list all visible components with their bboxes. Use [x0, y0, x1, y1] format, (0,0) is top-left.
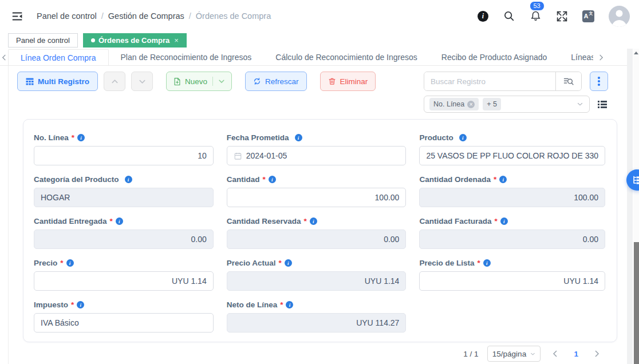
producto-input[interactable]: 25 VASOS DE PP FLUO COLOR ROJO DE 330: [419, 146, 605, 165]
remove-chip-icon[interactable]: ×: [467, 101, 475, 108]
tab-label: Línea Orden Compra: [21, 53, 96, 62]
required-asterisk: *: [60, 259, 63, 267]
field-label-text: Producto: [419, 133, 453, 142]
breadcrumb-separator: /: [101, 11, 104, 21]
scrollbar[interactable]: [633, 49, 639, 364]
column-filter-select[interactable]: No. Línea × + 5: [424, 96, 590, 113]
tab-linea-orden-compra[interactable]: Línea Orden Compra: [8, 49, 109, 65]
info-icon[interactable]: [269, 176, 276, 183]
field-cantidad-entregada: Cantidad Entregada * 0.00: [34, 217, 214, 249]
page-size-select[interactable]: 15/página: [487, 346, 541, 362]
no-linea-input[interactable]: 10: [34, 146, 214, 165]
window-tab-panel-de-control[interactable]: Panel de control: [8, 33, 78, 48]
scroll-up-icon[interactable]: [634, 52, 638, 56]
info-icon[interactable]: [116, 217, 123, 225]
info-icon[interactable]: [499, 176, 507, 183]
field-label: Neto de Línea *: [227, 300, 407, 309]
breadcrumb-current: Órdenes de Compra: [196, 11, 271, 21]
grid-icon: [26, 77, 34, 85]
fecha-prometida-input[interactable]: 2024-01-05: [227, 146, 407, 165]
tab-label: Recibo de Producto Asignado: [441, 53, 547, 62]
info-icon[interactable]: [285, 259, 292, 267]
notification-badge: 53: [529, 1, 544, 11]
chevron-up-icon: [111, 78, 119, 85]
impuesto-input[interactable]: IVA Básico: [34, 313, 214, 333]
field-no-linea: No. Línea * 10: [34, 133, 214, 165]
info-icon[interactable]: [286, 301, 293, 308]
cantidad-input[interactable]: 100.00: [227, 188, 407, 207]
tab-label: Líneas de R: [571, 53, 593, 62]
menu-fold-icon[interactable]: [10, 9, 24, 23]
field-cantidad: Cantidad * 100.00: [227, 175, 407, 207]
filter-chip-more[interactable]: + 5: [483, 98, 501, 110]
notifications-bell[interactable]: 53: [530, 10, 542, 22]
list-icon[interactable]: [597, 99, 608, 109]
tab-recibo-producto[interactable]: Recibo de Producto Asignado: [429, 49, 559, 65]
info-icon[interactable]: [483, 259, 491, 267]
tree-icon: [631, 174, 639, 187]
search-area: [424, 72, 608, 91]
breadcrumb: Panel de control / Gestión de Compras / …: [37, 11, 271, 21]
toolbar: Multi Registro Nuevo Refrescar Eliminar: [17, 72, 376, 91]
field-label: Impuesto *: [34, 300, 214, 309]
info-icon[interactable]: [77, 134, 85, 141]
info-icon[interactable]: [500, 217, 508, 225]
precio-de-lista-input[interactable]: UYU 1.14: [419, 271, 605, 291]
multi-record-button[interactable]: Multi Registro: [17, 72, 98, 91]
pagination-prev-icon[interactable]: [550, 350, 561, 357]
field-label-text: Cantidad Entregada: [34, 217, 107, 225]
previous-record-button[interactable]: [104, 72, 125, 91]
field-neto-de-linea: Neto de Línea * UYU 114.27: [227, 300, 407, 333]
info-icon[interactable]: [459, 134, 467, 141]
tab-label: Cálculo de Reconocimiento de Ingresos: [275, 53, 417, 62]
record-form-card: No. Línea * 10 Fecha Prometida 2024-01-0…: [23, 119, 617, 342]
close-tab-icon[interactable]: ×: [174, 36, 179, 45]
precio-input[interactable]: UYU 1.14: [34, 271, 214, 291]
search-group: [424, 72, 582, 91]
refresh-button[interactable]: Refrescar: [245, 72, 307, 91]
filter-search-icon[interactable]: [555, 72, 581, 90]
breadcrumb-item[interactable]: Gestión de Compras: [108, 11, 184, 21]
info-icon[interactable]: [310, 217, 317, 225]
field-label-text: Precio Actual: [227, 259, 276, 267]
window-tab-ordenes-de-compra[interactable]: Órdenes de Compra ×: [83, 33, 187, 48]
info-icon[interactable]: [66, 259, 74, 267]
new-record-button[interactable]: Nuevo: [166, 72, 232, 91]
multi-record-label: Multi Registro: [38, 77, 89, 86]
field-label-text: Cantidad Reservada: [227, 217, 301, 225]
field-label-text: Cantidad Ordenada: [419, 175, 491, 184]
next-record-button[interactable]: [131, 72, 153, 91]
detail-tabs: Línea Orden Compra Plan de Reconocimient…: [8, 49, 593, 65]
field-precio: Precio * UYU 1.14: [34, 259, 214, 291]
field-cantidad-facturada: Cantidad Facturada * 0.00: [419, 217, 605, 249]
tab-lineas-de-r[interactable]: Líneas de R: [559, 49, 593, 65]
translate-icon[interactable]: [582, 10, 594, 22]
kebab-menu-button[interactable]: [590, 72, 608, 91]
breadcrumb-item[interactable]: Panel de control: [37, 11, 97, 21]
window-tab-bar: Panel de control Órdenes de Compra ×: [8, 33, 187, 48]
required-asterisk: *: [494, 217, 497, 225]
tab-plan-reconocimiento[interactable]: Plan de Reconocimiento de Ingresos: [109, 49, 264, 65]
fullscreen-icon[interactable]: [556, 10, 568, 22]
avatar[interactable]: [609, 6, 630, 27]
field-label-text: Cantidad Facturada: [419, 217, 491, 225]
info-icon[interactable]: [77, 301, 84, 308]
delete-button[interactable]: Eliminar: [320, 72, 376, 91]
tab-calculo-reconocimiento[interactable]: Cálculo de Reconocimiento de Ingresos: [263, 49, 429, 65]
search-input[interactable]: [424, 72, 555, 90]
tabs-scroll-right-icon[interactable]: [593, 49, 608, 65]
scrollbar-thumb[interactable]: [634, 242, 639, 364]
pagination-current-page[interactable]: 1: [570, 350, 582, 358]
filter-chip-no-linea[interactable]: No. Línea ×: [429, 98, 479, 110]
page-total: 1 / 1: [463, 350, 478, 358]
field-label-text: Cantidad: [227, 175, 260, 184]
tabs-scroll-left-icon[interactable]: [0, 49, 8, 65]
field-label: Precio de Lista *: [419, 259, 605, 267]
info-circle-icon[interactable]: [478, 11, 488, 22]
required-asterisk: *: [262, 175, 265, 184]
info-icon[interactable]: [295, 134, 302, 141]
info-icon[interactable]: [125, 176, 132, 183]
pagination: 1 / 1 15/página 1: [23, 346, 617, 362]
pagination-next-icon[interactable]: [591, 350, 602, 357]
search-icon[interactable]: [503, 10, 515, 22]
